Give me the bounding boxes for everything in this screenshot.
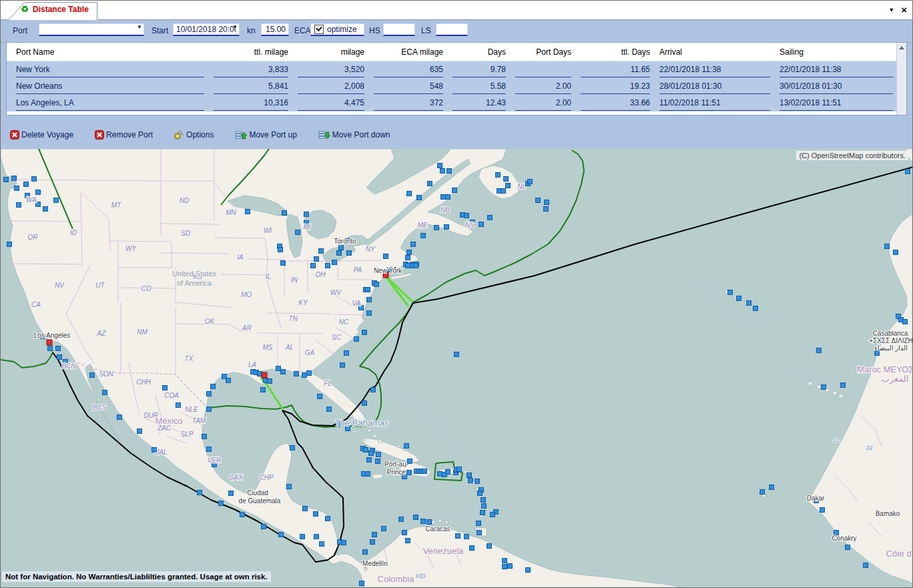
port-marker[interactable]: [57, 355, 62, 360]
port-marker[interactable]: [508, 564, 513, 569]
port-marker[interactable]: [367, 298, 372, 302]
port-marker[interactable]: [822, 385, 826, 390]
port-marker[interactable]: [117, 415, 122, 420]
port-marker[interactable]: [339, 246, 344, 250]
speed-field[interactable]: [261, 23, 289, 36]
port-marker[interactable]: [296, 230, 300, 235]
port-marker[interactable]: [406, 264, 410, 268]
port-marker[interactable]: [261, 388, 266, 392]
hs-field[interactable]: [383, 23, 415, 36]
map-canvas[interactable]: WAMTORIDNVUTCAWYNDMNSDIAWIMIILINOHMOKYTN…: [1, 149, 912, 587]
port-marker[interactable]: [344, 351, 349, 356]
port-marker[interactable]: [903, 320, 908, 324]
port-marker[interactable]: [407, 250, 412, 255]
port-marker[interactable]: [407, 471, 412, 475]
port-marker[interactable]: [501, 189, 506, 194]
port-marker[interactable]: [384, 254, 388, 259]
port-marker[interactable]: [422, 469, 427, 474]
port-marker[interactable]: [207, 407, 212, 412]
port-marker[interactable]: [536, 198, 541, 203]
port-marker[interactable]: [469, 479, 473, 483]
port-marker[interactable]: [417, 196, 422, 200]
port-marker[interactable]: [362, 330, 367, 335]
port-marker[interactable]: [56, 346, 61, 351]
port-marker[interactable]: [477, 531, 482, 535]
port-marker[interactable]: [90, 373, 95, 378]
port-marker[interactable]: [43, 207, 48, 212]
port-marker[interactable]: [360, 581, 364, 586]
port-marker[interactable]: [278, 248, 283, 252]
port-marker[interactable]: [307, 371, 312, 376]
port-marker[interactable]: [421, 519, 426, 524]
port-marker[interactable]: [176, 403, 181, 408]
port-marker[interactable]: [545, 200, 549, 205]
port-marker[interactable]: [414, 264, 418, 268]
port-marker[interactable]: [846, 545, 850, 550]
port-marker[interactable]: [246, 210, 250, 214]
port-marker[interactable]: [374, 282, 379, 287]
port-marker[interactable]: [326, 517, 330, 521]
port-marker[interactable]: [465, 535, 469, 539]
port-marker[interactable]: [54, 198, 59, 203]
port-marker[interactable]: [198, 491, 202, 495]
port-marker[interactable]: [475, 479, 480, 484]
port-marker[interactable]: [760, 490, 765, 495]
port-marker[interactable]: [441, 195, 446, 200]
table-row[interactable]: New York3,8333,5206359.7811.6522/01/2018…: [7, 61, 906, 78]
port-marker[interactable]: [279, 533, 284, 537]
port-marker[interactable]: [467, 473, 472, 478]
port-marker[interactable]: [454, 352, 459, 357]
port-marker[interactable]: [528, 180, 533, 184]
port-marker[interactable]: [7, 242, 12, 247]
port-marker[interactable]: [399, 517, 404, 522]
port-marker[interactable]: [319, 249, 324, 254]
port-marker[interactable]: [300, 535, 305, 539]
close-icon[interactable]: ×: [901, 5, 907, 15]
port-marker[interactable]: [446, 470, 450, 475]
port-marker[interactable]: [282, 211, 287, 216]
port-marker[interactable]: [163, 386, 168, 390]
port-marker[interactable]: [367, 458, 372, 463]
port-marker[interactable]: [406, 256, 410, 260]
port-marker[interactable]: [414, 515, 418, 520]
port-marker[interactable]: [411, 242, 416, 247]
port-marker[interactable]: [407, 192, 412, 196]
port-marker[interactable]: [207, 447, 212, 452]
port-marker[interactable]: [481, 511, 485, 515]
port-marker[interactable]: [506, 184, 511, 188]
port-marker[interactable]: [753, 306, 758, 311]
port-marker[interactable]: [268, 379, 272, 384]
port-marker[interactable]: [354, 337, 359, 342]
port-marker[interactable]: [376, 453, 381, 457]
port-marker[interactable]: [340, 363, 345, 368]
port-marker[interactable]: [885, 244, 890, 249]
port-marker[interactable]: [369, 451, 374, 456]
port-marker[interactable]: [318, 394, 322, 399]
port-marker[interactable]: [372, 533, 377, 537]
port-marker[interactable]: [332, 260, 337, 265]
port-marker[interactable]: [363, 550, 368, 555]
voyage-port-marker-los-angeles[interactable]: [47, 340, 52, 345]
port-marker[interactable]: [371, 388, 376, 392]
port-marker[interactable]: [366, 472, 370, 477]
port-marker[interactable]: [48, 346, 53, 351]
port-marker[interactable]: [544, 207, 549, 212]
table-row[interactable]: Los Angeles, LA10,3164,47537212.432.0033…: [7, 95, 906, 111]
port-marker[interactable]: [15, 186, 19, 191]
port-marker[interactable]: [477, 521, 481, 526]
table-scrollbar[interactable]: [896, 43, 906, 115]
table-row[interactable]: New Orleans5,8412,0085485.582.0019.2328/…: [7, 78, 906, 95]
port-marker[interactable]: [820, 508, 825, 513]
port-marker[interactable]: [211, 384, 216, 389]
port-marker[interactable]: [240, 513, 245, 517]
port-marker[interactable]: [320, 542, 324, 547]
port-marker[interactable]: [465, 214, 469, 218]
port-marker[interactable]: [262, 525, 266, 529]
port-marker[interactable]: [12, 176, 17, 181]
port-marker[interactable]: [438, 472, 442, 477]
port-marker[interactable]: [342, 541, 346, 545]
port-marker[interactable]: [402, 531, 407, 535]
port-marker[interactable]: [219, 501, 224, 506]
port-marker[interactable]: [894, 250, 898, 255]
port-marker[interactable]: [728, 290, 733, 295]
